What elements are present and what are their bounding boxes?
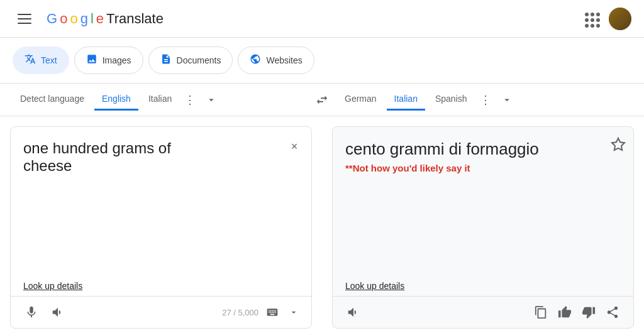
chevron-down-icon xyxy=(206,94,217,106)
grid-dot xyxy=(591,13,594,16)
thumbs-down-icon xyxy=(582,305,596,319)
chevron-down-icon xyxy=(501,94,513,106)
share-icon xyxy=(606,305,619,319)
target-lookup-link[interactable]: Look up details xyxy=(333,276,633,296)
thumbs-down-button[interactable] xyxy=(578,302,599,323)
grid-dot xyxy=(591,18,594,22)
source-text-area: one hundred grams of cheese × xyxy=(11,127,311,276)
source-lookup-link[interactable]: Look up details xyxy=(11,276,311,296)
target-language-selector: German Italian Spanish ⋮ xyxy=(337,89,631,111)
grid-dot xyxy=(591,24,594,28)
microphone-icon xyxy=(25,305,38,319)
source-microphone-button[interactable] xyxy=(21,302,42,323)
logo[interactable]: Google Translate xyxy=(47,11,164,27)
swap-icon xyxy=(315,93,329,107)
grid-dot xyxy=(596,13,600,16)
translation-output: cento grammi di formaggio xyxy=(345,139,621,159)
source-language-selector: Detect language English Italian ⋮ xyxy=(13,89,307,111)
source-panel: one hundred grams of cheese × Look up de… xyxy=(10,126,312,329)
clear-input-button[interactable]: × xyxy=(285,137,304,156)
tab-text[interactable]: Text xyxy=(13,46,69,74)
logo-product-name: Translate xyxy=(106,11,164,27)
grid-dot xyxy=(596,24,600,28)
copy-translation-button[interactable] xyxy=(530,302,552,323)
tab-documents[interactable]: Documents xyxy=(148,46,233,74)
account-avatar[interactable] xyxy=(609,8,631,30)
language-bar: Detect language English Italian ⋮ German… xyxy=(0,84,644,116)
logo-letter-g2: g xyxy=(80,11,88,27)
divider: ⋮ xyxy=(182,93,198,107)
target-panel: cento grammi di formaggio **Not how you'… xyxy=(332,126,634,329)
avatar-image xyxy=(609,8,631,30)
translate-icon xyxy=(25,53,36,67)
image-icon xyxy=(86,53,97,67)
tab-websites[interactable]: Websites xyxy=(238,46,314,74)
logo-letter-g: G xyxy=(47,11,57,27)
detect-language-btn[interactable]: Detect language xyxy=(13,89,92,111)
tab-websites-label: Websites xyxy=(266,55,302,65)
keyboard-icon xyxy=(266,306,279,319)
grid-dot xyxy=(585,24,589,28)
keyboard-dropdown-button[interactable] xyxy=(286,305,301,320)
grid-dot xyxy=(596,18,600,22)
header-right xyxy=(584,8,631,30)
target-text-area: cento grammi di formaggio **Not how you'… xyxy=(333,127,633,276)
source-italian-btn[interactable]: Italian xyxy=(141,89,179,111)
header-left: Google Translate xyxy=(13,9,164,29)
copy-icon xyxy=(534,305,548,319)
thumbs-up-icon xyxy=(558,305,572,319)
logo-letter-l: l xyxy=(91,11,94,27)
tab-bar: Text Images Documents Websites xyxy=(0,38,644,84)
share-translation-button[interactable] xyxy=(602,302,623,323)
swap-languages-btn[interactable] xyxy=(307,93,337,107)
apps-button[interactable] xyxy=(584,11,599,26)
target-action-icons xyxy=(530,302,623,323)
grid-dot xyxy=(585,18,589,22)
target-panel-footer xyxy=(333,296,633,328)
document-icon xyxy=(160,53,172,67)
grid-dot xyxy=(585,13,589,16)
main-content: one hundred grams of cheese × Look up de… xyxy=(0,116,644,333)
thumbs-up-button[interactable] xyxy=(554,302,575,323)
svg-marker-0 xyxy=(612,138,625,150)
logo-letter-e: e xyxy=(96,11,104,27)
target-italian-btn[interactable]: Italian xyxy=(387,89,425,111)
char-count: 27 / 5,000 xyxy=(222,308,258,317)
header: Google Translate xyxy=(0,0,644,38)
target-spanish-btn[interactable]: Spanish xyxy=(428,89,475,111)
logo-letter-o2: o xyxy=(70,11,77,27)
source-more-languages-btn[interactable] xyxy=(201,89,222,111)
menu-button[interactable] xyxy=(13,9,36,29)
target-speaker-button[interactable] xyxy=(343,302,364,323)
target-german-btn[interactable]: German xyxy=(337,89,384,111)
chevron-down-small-icon xyxy=(289,307,299,317)
tab-documents-label: Documents xyxy=(177,55,221,65)
source-panel-footer: 27 / 5,000 xyxy=(11,296,311,328)
tab-images[interactable]: Images xyxy=(74,46,143,74)
tab-images-label: Images xyxy=(103,55,131,65)
translation-note: **Not how you'd likely say it xyxy=(345,163,621,173)
logo-letter-o1: o xyxy=(60,11,67,27)
target-more-languages-btn[interactable] xyxy=(496,89,518,111)
star-icon xyxy=(611,137,626,152)
divider: ⋮ xyxy=(477,93,494,107)
source-input[interactable]: one hundred grams of cheese xyxy=(23,139,299,196)
speaker-icon xyxy=(51,305,65,319)
speaker-icon xyxy=(347,305,360,319)
save-translation-button[interactable] xyxy=(611,137,626,156)
globe-icon xyxy=(250,53,261,67)
source-speaker-button[interactable] xyxy=(47,302,69,323)
source-english-btn[interactable]: English xyxy=(94,89,138,111)
tab-text-label: Text xyxy=(41,55,57,65)
keyboard-button[interactable] xyxy=(264,303,281,321)
